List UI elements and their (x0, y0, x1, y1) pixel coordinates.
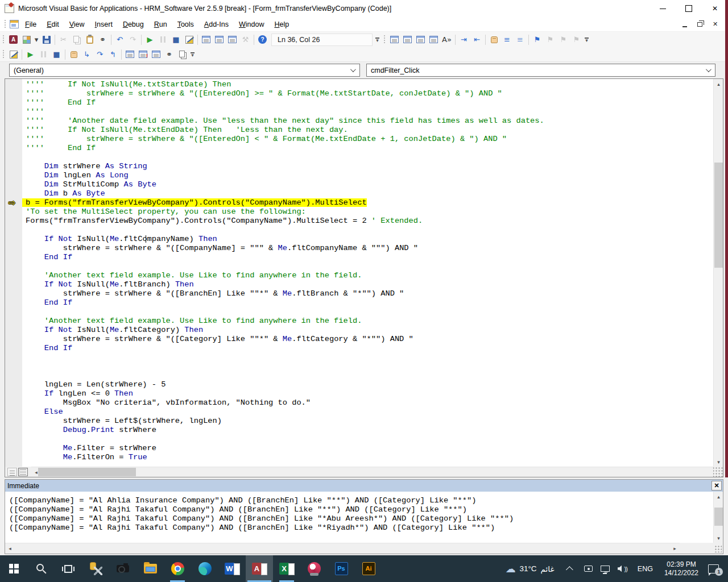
parameter-info-button[interactable] (427, 34, 440, 46)
taskbar-illustrator-icon[interactable]: Ai (355, 555, 382, 582)
code-line[interactable]: End If (26, 344, 713, 353)
project-explorer-button[interactable] (200, 34, 213, 46)
menu-run[interactable]: Run (149, 18, 172, 31)
code-line[interactable]: Me.FilterOn = True (26, 453, 713, 462)
taskbar-file-explorer-icon[interactable] (136, 555, 164, 582)
scroll-up-arrow[interactable] (714, 79, 723, 89)
comment-block-button[interactable]: ≡ (500, 34, 514, 46)
step-out-button[interactable]: ↰ (106, 48, 119, 61)
immediate-window-button[interactable]: ! (136, 48, 150, 61)
notification-center-icon[interactable]: 1 (708, 564, 719, 573)
code-line[interactable]: End If (26, 298, 713, 307)
code-line[interactable]: Me.Filter = strWhere (26, 444, 713, 453)
uncomment-block-button[interactable]: ≡ (514, 34, 527, 46)
network-display-icon[interactable] (601, 566, 610, 572)
breakpoint-margin[interactable]: ⇨ (5, 79, 22, 467)
code-line[interactable]: strWhere = strWhere & "([CompanyName] = … (26, 244, 713, 253)
immediate-close-button[interactable] (712, 481, 722, 490)
code-line[interactable]: 'To set the MultiSelect property, you ca… (26, 207, 713, 217)
menu-addins[interactable]: Add-Ins (199, 18, 234, 31)
code-line[interactable]: '''' 'Another date field example. Use "l… (26, 117, 713, 126)
immediate-horizontal-scrollbar[interactable] (5, 543, 680, 554)
taskbar-excel-icon[interactable]: X (273, 555, 300, 582)
complete-word-button[interactable]: A» (440, 34, 453, 46)
code-line[interactable]: Else (26, 408, 713, 417)
code-line[interactable]: '''' If Not IsNull(Me.txtEndDate) Then '… (26, 126, 713, 135)
insert-userform-dropdown-button[interactable]: ▾ (33, 34, 40, 46)
code-line[interactable] (26, 226, 713, 235)
toolbar-grip[interactable] (383, 35, 386, 44)
quick-info-button[interactable] (414, 34, 427, 46)
code-line[interactable]: Dim StrMultiComp As Byte (26, 180, 713, 189)
call-stack-button[interactable] (176, 48, 189, 61)
code-line[interactable]: 'Another text field example. Use Like to… (26, 317, 713, 326)
code-line[interactable]: '''' strWhere = strWhere & "([EnteredOn]… (26, 89, 713, 98)
full-module-view-button[interactable] (18, 468, 28, 476)
object-dropdown[interactable]: (General) (9, 64, 360, 77)
design-mode-button[interactable] (183, 34, 196, 46)
save-button[interactable] (40, 34, 53, 46)
immediate-output-line[interactable]: ([CompanyName] = "Al Rajhi Takaful Compa… (9, 505, 713, 514)
weather-widget[interactable]: ☁ 31°C غائم (498, 555, 561, 582)
toggle-breakpoint-button[interactable] (67, 48, 80, 61)
code-line[interactable]: '''' (26, 107, 713, 117)
outdent-button[interactable]: ⇤ (470, 34, 483, 46)
code-line[interactable]: '''' End If (26, 144, 713, 153)
scroll-right-arrow[interactable] (670, 543, 680, 553)
taskbar-start-button[interactable] (0, 555, 27, 582)
resize-grip[interactable] (713, 467, 723, 477)
list-properties-button[interactable] (388, 34, 401, 46)
code-line[interactable] (26, 362, 713, 371)
immediate-output-line[interactable]: ([CompanyName] = "Al Rajhi Takaful Compa… (9, 523, 713, 533)
code-line[interactable] (26, 307, 713, 317)
code-line[interactable]: Debug.Print strWhere (26, 426, 713, 435)
taskbar-word-icon[interactable]: W (218, 555, 246, 582)
reset-button[interactable]: ■ (169, 34, 183, 46)
properties-window-button[interactable] (213, 34, 226, 46)
maximize-button[interactable] (676, 0, 702, 17)
taskbar-chrome-icon[interactable] (164, 555, 191, 582)
toolbar-grip[interactable] (4, 19, 6, 29)
taskbar-access-icon[interactable]: A (246, 555, 273, 582)
immediate-output-line[interactable]: ([CompanyName] = "Al Ahlia Insurance Com… (9, 496, 713, 505)
view-microsoft-access-button[interactable]: A (7, 34, 20, 46)
scrollbar-thumb[interactable] (714, 508, 723, 526)
code-editor[interactable]: '''' If Not IsNull(Me.txtStartDate) Then… (22, 80, 713, 467)
scroll-down-arrow[interactable] (714, 533, 723, 543)
code-line[interactable]: lngLen = Len(strWhere) - 5 (26, 380, 713, 389)
menu-help[interactable]: Help (269, 18, 294, 31)
scrollbar-thumb[interactable] (714, 163, 723, 268)
run-button[interactable]: ▶ (143, 34, 156, 46)
paste-button[interactable] (83, 34, 96, 46)
run-button[interactable]: ▶ (24, 48, 37, 61)
list-constants-button[interactable] (401, 34, 414, 46)
scroll-left-arrow[interactable] (5, 543, 15, 553)
menu-file[interactable]: File (20, 18, 42, 31)
language-indicator[interactable]: ENG (631, 565, 659, 573)
taskbar-search-icon[interactable] (27, 555, 55, 582)
object-browser-button[interactable] (226, 34, 239, 46)
immediate-title-bar[interactable]: Immediate (5, 480, 723, 492)
mdi-minimize-button[interactable] (680, 20, 689, 28)
step-over-button[interactable]: ↷ (93, 48, 106, 61)
design-mode-button[interactable] (7, 48, 20, 61)
code-window-icon[interactable] (10, 20, 19, 28)
menu-debug[interactable]: Debug (118, 18, 149, 31)
toggle-breakpoint-button[interactable] (487, 34, 500, 46)
toggle-bookmark-button[interactable]: ⚑ (531, 34, 544, 46)
immediate-vertical-scrollbar[interactable] (713, 492, 723, 543)
code-line[interactable]: Forms("frmTransferViewByCompany").Contro… (26, 217, 713, 226)
mdi-close-button[interactable] (710, 20, 720, 28)
code-line[interactable]: Dim strWhere As String (26, 162, 713, 171)
locals-window-button[interactable] (123, 48, 136, 61)
taskbar-task-view-icon[interactable] (55, 555, 82, 582)
taskbar-edge-icon[interactable] (191, 555, 218, 582)
code-line[interactable]: If Not IsNull(Me.fltCategory) Then (26, 326, 713, 335)
code-line[interactable]: '''' End If (26, 98, 713, 107)
code-line[interactable] (26, 435, 713, 444)
debug-toolbar-options-button[interactable] (189, 48, 196, 61)
taskbar-database-tools-icon[interactable] (82, 555, 109, 582)
mdi-restore-button[interactable] (695, 20, 705, 28)
menu-insert[interactable]: Insert (90, 18, 118, 31)
minimize-button[interactable] (650, 0, 676, 17)
